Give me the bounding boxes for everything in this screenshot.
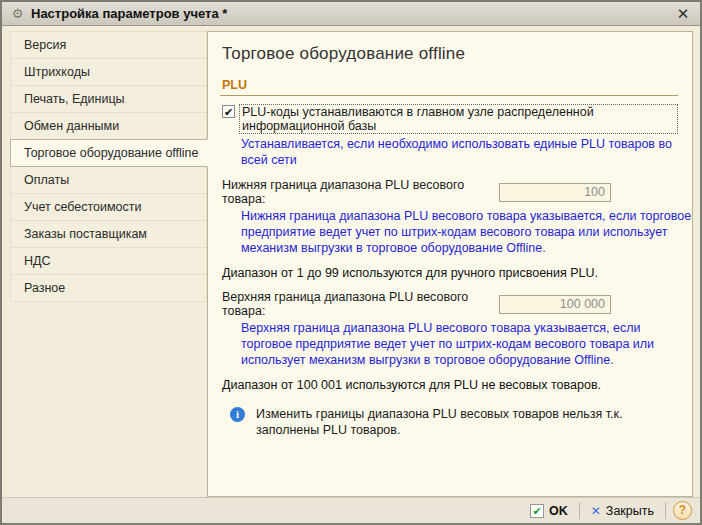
upper-bound-label: Верхняя граница диапазона PLU весового т… bbox=[222, 290, 499, 318]
close-x-icon: ✕ bbox=[591, 504, 601, 518]
plu-master-node-hint: Устанавливается, если необходимо использ… bbox=[241, 136, 693, 168]
plu-master-node-checkbox[interactable]: ✔ bbox=[222, 105, 235, 118]
help-button[interactable]: ? bbox=[673, 501, 692, 520]
upper-bound-input bbox=[499, 295, 611, 314]
settings-panel: Торговое оборудование offline PLU ✔ PLU-… bbox=[207, 31, 693, 497]
settings-dialog-window: ⚙ Настройка параметров учета * ✕ Версия … bbox=[0, 0, 702, 525]
info-message-row: i Изменить границы диапазона PLU весовых… bbox=[230, 406, 678, 439]
tab-zakazy-postavshchikam[interactable]: Заказы поставщикам bbox=[10, 220, 207, 248]
gear-icon: ⚙ bbox=[10, 6, 25, 21]
manual-range-note: Диапазон от 1 до 99 используются для руч… bbox=[222, 266, 678, 280]
upper-bound-row: Верхняя граница диапазона PLU весового т… bbox=[222, 290, 678, 318]
tab-uchet-sebestoimosti[interactable]: Учет себестоимости bbox=[10, 193, 207, 221]
title-bar: ⚙ Настройка параметров учета * ✕ bbox=[2, 2, 700, 26]
upper-bound-hint: Верхняя граница диапазона PLU весового т… bbox=[241, 320, 693, 368]
lower-bound-row: Нижняя граница диапазона PLU весового то… bbox=[222, 178, 678, 206]
page-title: Торговое оборудование offline bbox=[222, 44, 678, 64]
info-message-text: Изменить границы диапазона PLU весовых т… bbox=[256, 406, 678, 439]
window-close-button[interactable]: ✕ bbox=[674, 5, 692, 23]
nonweight-range-note: Диапазон от 100 001 используются для PLU… bbox=[222, 378, 678, 392]
button-bar: ✔ OK ✕ Закрыть ? bbox=[2, 497, 700, 523]
plu-section-header: PLU bbox=[220, 78, 678, 96]
lower-bound-hint: Нижняя граница диапазона PLU весового то… bbox=[241, 208, 693, 256]
close-button-label: Закрыть bbox=[606, 504, 654, 518]
tab-shtrihkody[interactable]: Штрихкоды bbox=[10, 58, 207, 86]
button-separator bbox=[579, 502, 580, 519]
settings-tab-list: Версия Штрихкоды Печать, Единицы Обмен д… bbox=[10, 31, 207, 497]
tab-pechat-edinicy[interactable]: Печать, Единицы bbox=[10, 85, 207, 113]
tab-torgovoe-oborudovanie-offline[interactable]: Торговое оборудование offline bbox=[10, 139, 208, 167]
plu-master-node-label: PLU-коды устанавливаются в главном узле … bbox=[239, 104, 678, 134]
info-icon: i bbox=[230, 407, 245, 422]
tab-oplaty[interactable]: Оплаты bbox=[10, 166, 207, 194]
ok-button-label: OK bbox=[549, 504, 568, 518]
dialog-body: Версия Штрихкоды Печать, Единицы Обмен д… bbox=[2, 26, 700, 497]
close-button[interactable]: ✕ Закрыть bbox=[587, 502, 658, 520]
tab-raznoe[interactable]: Разное bbox=[10, 274, 207, 302]
ok-check-icon: ✔ bbox=[530, 504, 544, 518]
button-separator bbox=[665, 502, 666, 519]
plu-master-node-row: ✔ PLU-коды устанавливаются в главном узл… bbox=[222, 104, 678, 134]
tab-obmen-dannymi[interactable]: Обмен данными bbox=[10, 112, 207, 140]
window-title: Настройка параметров учета * bbox=[31, 6, 227, 21]
ok-button[interactable]: ✔ OK bbox=[526, 502, 572, 520]
lower-bound-label: Нижняя граница диапазона PLU весового то… bbox=[222, 178, 499, 206]
lower-bound-input bbox=[499, 183, 611, 202]
tab-versiya[interactable]: Версия bbox=[10, 31, 207, 59]
tab-nds[interactable]: НДС bbox=[10, 247, 207, 275]
